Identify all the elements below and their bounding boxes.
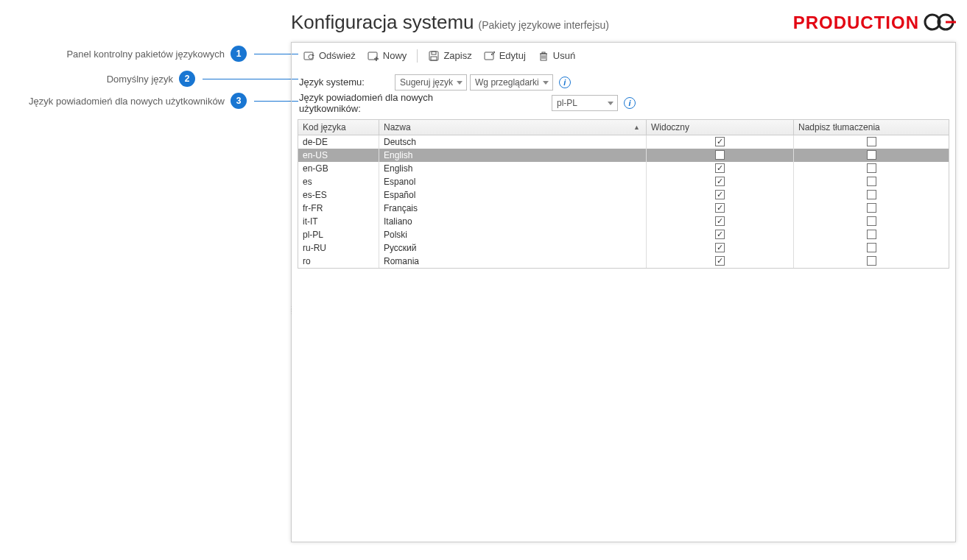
cell-overwrite xyxy=(794,135,949,149)
overwrite-checkbox[interactable] xyxy=(867,137,876,146)
save-button[interactable]: Zapisz xyxy=(423,49,476,63)
system-language-mode-select[interactable]: Sugeruj język xyxy=(395,74,467,91)
notification-language-label: Język powiadomień dla nowych użytkownikó… xyxy=(299,92,487,114)
cell-overwrite xyxy=(794,255,949,268)
visible-checkbox[interactable] xyxy=(715,230,725,239)
cell-code: es xyxy=(298,175,379,188)
table-row[interactable]: en-USEnglish xyxy=(298,149,949,162)
toolbar: Odśwież Nowy Zapisz Edytuj xyxy=(292,43,955,69)
cell-code: en-GB xyxy=(298,162,379,175)
delete-label: Usuń xyxy=(553,50,575,61)
cell-visible xyxy=(647,215,794,228)
table-row[interactable]: ru-RUРусский xyxy=(298,241,949,255)
overwrite-checkbox[interactable] xyxy=(867,256,876,266)
callout-1-badge: 1 xyxy=(231,46,247,62)
visible-checkbox[interactable] xyxy=(715,137,725,146)
callout-3-badge: 3 xyxy=(231,93,247,109)
brand-logo-icon xyxy=(924,12,956,35)
info-icon[interactable]: i xyxy=(624,97,636,109)
notification-language-select[interactable]: pl-PL xyxy=(552,95,618,111)
overwrite-checkbox[interactable] xyxy=(867,190,876,199)
cell-visible xyxy=(647,149,794,162)
overwrite-checkbox[interactable] xyxy=(867,163,876,173)
table-row[interactable]: fr-FRFrançais xyxy=(298,202,949,215)
cell-code: de-DE xyxy=(298,135,379,149)
table-row[interactable]: it-ITItaliano xyxy=(298,215,949,228)
overwrite-checkbox[interactable] xyxy=(867,203,876,213)
overwrite-checkbox[interactable] xyxy=(867,230,876,239)
cell-visible xyxy=(647,255,794,268)
edit-icon xyxy=(484,50,496,62)
cell-overwrite xyxy=(794,228,949,241)
cell-name: Romania xyxy=(379,255,647,268)
visible-checkbox[interactable] xyxy=(715,177,725,186)
visible-checkbox[interactable] xyxy=(715,163,725,173)
system-language-row: Język systemu: Sugeruj język Wg przegląd… xyxy=(299,72,948,93)
system-language-label: Język systemu: xyxy=(299,77,395,88)
cell-overwrite xyxy=(794,175,949,188)
cell-name: English xyxy=(379,162,647,175)
cell-visible xyxy=(647,188,794,202)
header: Konfiguracja systemu (Pakiety językowe i… xyxy=(291,11,956,42)
cell-code: fr-FR xyxy=(298,202,379,215)
edit-button[interactable]: Edytuj xyxy=(479,49,530,63)
visible-checkbox[interactable] xyxy=(715,150,725,160)
cell-name: Español xyxy=(379,188,647,202)
visible-checkbox[interactable] xyxy=(715,256,725,266)
cell-name: Deutsch xyxy=(379,135,647,149)
callout-3-label: Język powiadomień dla nowych użytkownikó… xyxy=(29,96,225,107)
callout-2-badge: 2 xyxy=(179,71,195,87)
edit-label: Edytuj xyxy=(499,50,526,61)
refresh-button[interactable]: Odśwież xyxy=(299,49,360,63)
col-header-overwrite[interactable]: Nadpisz tłumaczenia xyxy=(794,120,949,135)
table-row[interactable]: es-ESEspañol xyxy=(298,188,949,202)
overwrite-checkbox[interactable] xyxy=(867,216,876,226)
cell-name: English xyxy=(379,149,647,162)
cell-visible xyxy=(647,175,794,188)
overwrite-checkbox[interactable] xyxy=(867,177,876,186)
system-language-source-select[interactable]: Wg przeglądarki xyxy=(470,74,553,91)
brand-label: PRODUCTION xyxy=(793,13,919,33)
sort-asc-icon: ▲ xyxy=(633,124,640,131)
page-subtitle: (Pakiety językowe interfejsu) xyxy=(479,19,609,31)
table-row[interactable]: de-DEDeutsch xyxy=(298,135,949,149)
cell-name: Espanol xyxy=(379,175,647,188)
resize-grip-icon[interactable]: ⋮⋮ xyxy=(288,308,294,313)
main-frame: Konfiguracja systemu (Pakiety językowe i… xyxy=(291,11,956,549)
header-right: PRODUCTION xyxy=(793,12,956,35)
cell-code: ro xyxy=(298,255,379,268)
callout-1-label: Panel kontrolny pakietów językowych xyxy=(66,49,225,60)
visible-checkbox[interactable] xyxy=(715,216,725,226)
cell-overwrite xyxy=(794,215,949,228)
cell-visible xyxy=(647,202,794,215)
visible-checkbox[interactable] xyxy=(715,203,725,213)
cell-name: Italiano xyxy=(379,215,647,228)
col-header-name[interactable]: Nazwa▲ xyxy=(379,120,647,135)
new-button[interactable]: Nowy xyxy=(363,49,412,63)
col-header-visible[interactable]: Widoczny xyxy=(647,120,794,135)
table-row[interactable]: roRomania xyxy=(298,255,949,268)
cell-code: pl-PL xyxy=(298,228,379,241)
callout-2-line xyxy=(203,79,298,79)
visible-checkbox[interactable] xyxy=(715,190,725,199)
cell-visible xyxy=(647,135,794,149)
cell-name: Русский xyxy=(379,241,647,255)
overwrite-checkbox[interactable] xyxy=(867,150,876,160)
cell-visible xyxy=(647,241,794,255)
table-row[interactable]: en-GBEnglish xyxy=(298,162,949,175)
svg-rect-8 xyxy=(432,52,436,54)
cell-code: en-US xyxy=(298,149,379,162)
table-row[interactable]: esEspanol xyxy=(298,175,949,188)
settings-area: Język systemu: Sugeruj język Wg przegląd… xyxy=(292,69,955,119)
cell-visible xyxy=(647,228,794,241)
visible-checkbox[interactable] xyxy=(715,243,725,252)
overwrite-checkbox[interactable] xyxy=(867,243,876,252)
col-header-code[interactable]: Kod języka xyxy=(298,120,379,135)
page-title: Konfiguracja systemu xyxy=(291,11,474,34)
new-icon xyxy=(368,50,379,62)
table-row[interactable]: pl-PLPolski xyxy=(298,228,949,241)
delete-button[interactable]: Usuń xyxy=(533,49,580,63)
notification-language-row: Język powiadomień dla nowych użytkownikó… xyxy=(299,93,948,113)
cell-overwrite xyxy=(794,162,949,175)
info-icon[interactable]: i xyxy=(559,77,571,88)
